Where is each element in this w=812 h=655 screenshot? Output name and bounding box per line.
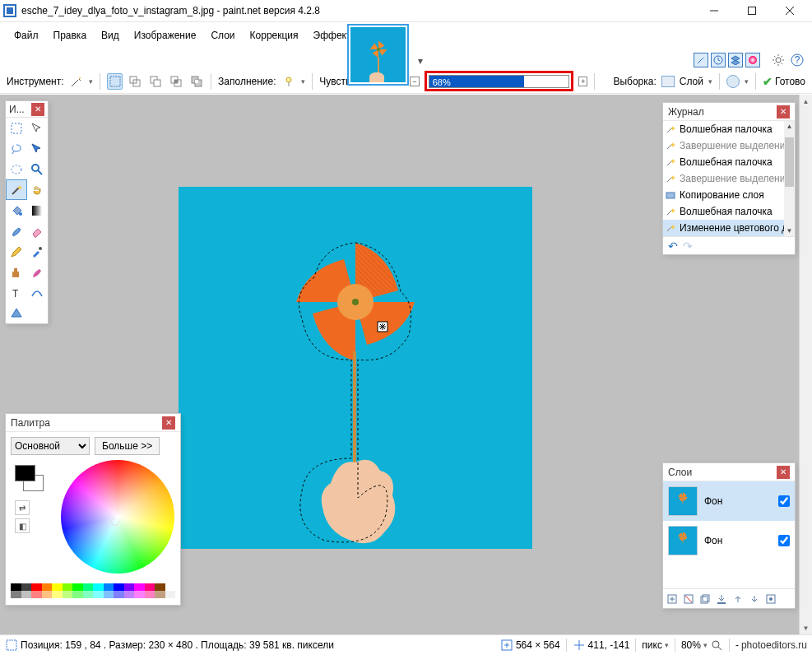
history-item[interactable]: Волшебная палочка — [663, 203, 795, 220]
palette-swatch[interactable] — [165, 583, 176, 591]
rect-select-tool[interactable] — [6, 118, 27, 138]
layer-visibility-checkbox[interactable] — [778, 495, 790, 507]
history-item[interactable]: Завершение выделения палочкой — [663, 170, 795, 187]
palette-swatch[interactable] — [83, 591, 94, 598]
palette-swatch[interactable] — [83, 583, 94, 591]
tool-picker[interactable] — [69, 73, 85, 90]
bw-reset-icon[interactable]: ◧ — [15, 518, 30, 533]
brush-tool[interactable] — [6, 221, 27, 241]
tolerance-minus-button[interactable]: − — [410, 77, 419, 86]
colors-toggle-icon[interactable] — [745, 53, 760, 67]
palette-swatch[interactable] — [155, 583, 165, 591]
layer-properties-icon[interactable] — [763, 592, 777, 606]
history-item[interactable]: Изменение цветового диапазона — [663, 220, 795, 236]
color-mode-select[interactable]: Основной — [11, 437, 90, 455]
fg-bg-swatches[interactable] — [15, 465, 48, 498]
tools-panel-header[interactable]: И... ✕ — [6, 101, 48, 118]
scroll-down-arrow[interactable]: ▼ — [800, 621, 812, 634]
selection-xor-icon[interactable] — [188, 73, 204, 90]
vertical-scrollbar[interactable]: ▲ ▼ — [799, 95, 812, 634]
history-item[interactable]: Копирование слоя — [663, 187, 795, 203]
palette-swatch[interactable] — [114, 583, 124, 591]
duplicate-layer-icon[interactable] — [698, 592, 712, 606]
more-colors-button[interactable]: Больше >> — [95, 437, 160, 455]
history-toggle-icon[interactable] — [711, 53, 726, 67]
tolerance-plus-button[interactable]: + — [578, 77, 587, 86]
palette-swatch[interactable] — [11, 583, 21, 591]
lasso-tool[interactable] — [6, 138, 27, 159]
palette-swatch[interactable] — [11, 591, 21, 598]
help-icon[interactable]: ? — [789, 52, 805, 68]
menu-adjust[interactable]: Коррекция — [243, 26, 306, 44]
eraser-tool[interactable] — [27, 221, 49, 241]
move-selection-tool[interactable] — [27, 118, 49, 138]
layer-item[interactable]: Фон — [663, 521, 795, 560]
palette-swatch[interactable] — [63, 591, 73, 598]
line-tool[interactable] — [27, 282, 49, 303]
palette-swatch[interactable] — [134, 583, 145, 591]
history-item[interactable]: Волшебная палочка — [663, 121, 795, 137]
palette-swatch[interactable] — [93, 591, 104, 598]
menu-layers[interactable]: Слои — [203, 26, 242, 44]
palette-swatch[interactable] — [145, 583, 155, 591]
palette-swatch[interactable] — [104, 591, 114, 598]
tools-toggle-icon[interactable] — [694, 53, 708, 67]
move-layer-down-icon[interactable] — [747, 592, 761, 606]
ellipse-select-tool[interactable] — [6, 159, 27, 179]
palette-swatch[interactable] — [42, 591, 53, 598]
palette-swatch[interactable] — [114, 591, 124, 598]
layers-panel-header[interactable]: Слои ✕ — [663, 463, 795, 481]
layer-item[interactable]: Фон — [663, 481, 795, 521]
color-wheel[interactable] — [61, 460, 174, 574]
menu-image[interactable]: Изображение — [127, 26, 204, 44]
shapes-tool[interactable] — [6, 303, 27, 323]
palette-swatch[interactable] — [52, 583, 63, 591]
palette-swatch[interactable] — [31, 591, 42, 598]
merge-down-icon[interactable] — [714, 592, 728, 606]
recolor-tool[interactable] — [27, 262, 49, 282]
palette-swatch[interactable] — [93, 583, 104, 591]
menu-edit[interactable]: Правка — [46, 26, 95, 44]
palette-swatch[interactable] — [124, 591, 135, 598]
palette-swatch[interactable] — [52, 591, 63, 598]
menu-view[interactable]: Вид — [94, 26, 127, 44]
bucket-tool[interactable] — [6, 200, 27, 221]
clone-tool[interactable] — [6, 262, 27, 282]
layers-panel-close-icon[interactable]: ✕ — [777, 466, 790, 479]
selection-scope-value[interactable]: Слой — [680, 76, 703, 87]
canvas[interactable] — [179, 187, 532, 549]
commit-button[interactable]: ✔ Готово — [763, 75, 805, 88]
palette-swatch[interactable] — [155, 591, 165, 598]
flood-mode-icon[interactable] — [281, 73, 297, 90]
thumbnail-dropdown[interactable]: ▾ — [418, 55, 423, 67]
delete-layer-icon[interactable] — [681, 592, 695, 606]
tools-panel-close-icon[interactable]: ✕ — [31, 103, 44, 116]
minimize-button[interactable] — [695, 0, 733, 22]
palette-swatch[interactable] — [104, 583, 114, 591]
menu-file[interactable]: Файл — [7, 26, 46, 44]
undo-icon[interactable]: ↶ — [668, 239, 678, 253]
palette-swatch[interactable] — [124, 583, 135, 591]
settings-icon[interactable] — [770, 52, 786, 68]
zoom-fit-icon[interactable] — [710, 639, 723, 652]
colors-panel-close-icon[interactable]: ✕ — [162, 416, 175, 430]
fg-color-swatch[interactable] — [15, 465, 35, 481]
palette-swatch[interactable] — [31, 583, 42, 591]
eyedropper-tool[interactable] — [27, 241, 49, 262]
swap-colors-icon[interactable]: ⇄ — [15, 500, 30, 515]
palette-swatch[interactable] — [145, 591, 155, 598]
history-scrollbar[interactable]: ▲ ▼ — [784, 121, 795, 236]
layers-toggle-icon[interactable] — [728, 53, 743, 67]
pan-tool[interactable] — [27, 179, 49, 200]
palette-swatch[interactable] — [21, 583, 32, 591]
palette-swatch[interactable] — [42, 583, 53, 591]
close-button[interactable] — [771, 0, 809, 22]
history-item[interactable]: Завершение выделения палочкой — [663, 137, 795, 154]
add-layer-icon[interactable] — [665, 592, 679, 606]
move-pixels-tool[interactable] — [27, 138, 49, 159]
selection-subtract-icon[interactable] — [148, 73, 164, 90]
history-panel-close-icon[interactable]: ✕ — [777, 105, 790, 118]
colors-panel-header[interactable]: Палитра ✕ — [6, 414, 180, 432]
layer-visibility-checkbox[interactable] — [778, 535, 790, 546]
palette-strip[interactable] — [11, 583, 175, 600]
